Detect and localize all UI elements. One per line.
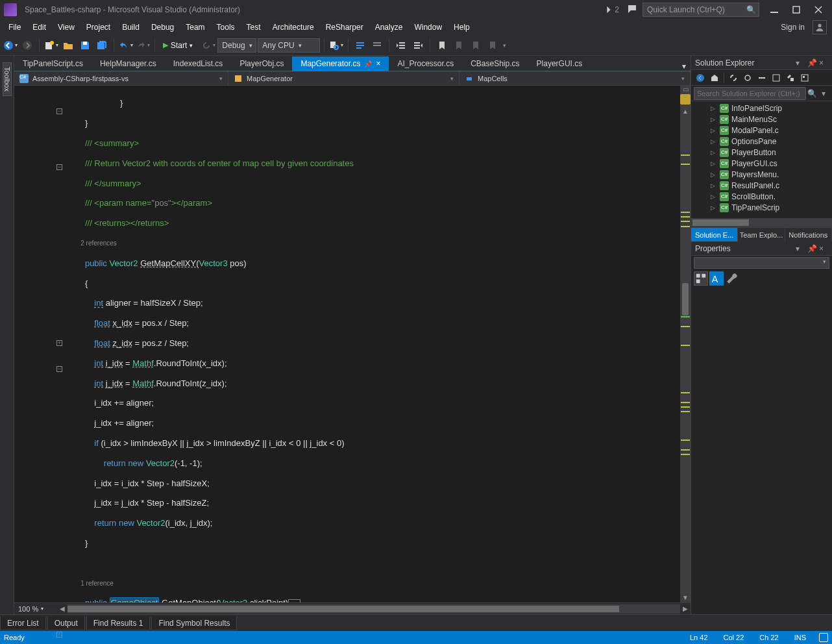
menu-view[interactable]: View — [52, 21, 80, 34]
tab-mapgenerator[interactable]: MapGenerator.cs📌× — [292, 56, 389, 71]
code-editor[interactable]: } } /// <summary> /// Return Vector2 wit… — [66, 86, 680, 602]
menu-resharper[interactable]: ReSharper — [320, 21, 369, 34]
wrench-icon[interactable] — [725, 271, 739, 286]
tree-item[interactable]: ▷C#InfoPanelScrip — [691, 103, 832, 114]
tabs-overflow-button[interactable]: ▾ — [678, 62, 691, 71]
save-all-button[interactable] — [94, 38, 110, 53]
tab-find-symbol[interactable]: Find Symbol Results — [151, 616, 237, 630]
home-icon[interactable] — [708, 71, 721, 84]
tab-aiprocessor[interactable]: AI_Processor.cs — [389, 56, 462, 71]
scroll-right-button[interactable]: ▶ — [680, 605, 691, 612]
show-all-icon[interactable] — [770, 71, 783, 84]
panel-menu-icon[interactable]: ▾ — [796, 58, 805, 68]
tree-h-scrollbar[interactable] — [691, 218, 832, 227]
tree-item[interactable]: ▷C#ResultPanel.c — [691, 180, 832, 191]
split-handle-icon[interactable]: ▭ — [683, 86, 689, 93]
tab-indexedlist[interactable]: IndexedList.cs — [165, 56, 232, 71]
quick-launch-input[interactable]: Quick Launch (Ctrl+Q) 🔍 — [642, 3, 759, 17]
tree-item[interactable]: ▷C#ScrollButton. — [691, 191, 832, 202]
tree-item[interactable]: ▷C#PlayersMenu. — [691, 169, 832, 180]
menu-edit[interactable]: Edit — [27, 21, 52, 34]
menu-team[interactable]: Team — [180, 21, 210, 34]
tab-playergui[interactable]: PlayerGUI.cs — [528, 56, 591, 71]
panel-menu-icon[interactable]: ▾ — [796, 244, 805, 253]
alphabetical-icon[interactable]: A — [709, 271, 724, 286]
redo-button[interactable] — [135, 38, 151, 53]
maximize-button[interactable] — [787, 3, 806, 17]
tree-item[interactable]: ▷C#PlayerGUI.cs — [691, 158, 832, 169]
tab-helpmanager[interactable]: HelpManager.cs — [92, 56, 165, 71]
sign-in-link[interactable]: Sign in — [773, 23, 813, 32]
feedback-icon[interactable] — [627, 4, 637, 16]
scroll-down-button[interactable]: ▼ — [680, 592, 691, 602]
menu-test[interactable]: Test — [241, 21, 267, 34]
menu-help[interactable]: Help — [448, 21, 476, 34]
menu-file[interactable]: File — [3, 21, 27, 34]
close-button[interactable] — [809, 3, 828, 17]
editor-gutter[interactable]: − − + − + — [14, 86, 66, 602]
menu-window[interactable]: Window — [408, 21, 448, 34]
search-dropdown-icon[interactable]: ▾ — [818, 89, 829, 98]
notifications-flag[interactable]: 2 — [599, 5, 624, 14]
properties-icon[interactable] — [784, 71, 797, 84]
horizontal-scrollbar[interactable] — [67, 604, 680, 613]
vertical-scrollbar[interactable]: ▭ ▲ ▼ — [680, 86, 691, 602]
new-project-button[interactable] — [43, 38, 59, 53]
scroll-up-button[interactable]: ▲ — [680, 106, 691, 116]
clear-bookmarks-button[interactable] — [485, 38, 500, 53]
bookmark-button[interactable] — [434, 38, 450, 53]
pin-icon[interactable]: 📌 — [807, 58, 816, 68]
menu-analyze[interactable]: Analyze — [369, 21, 409, 34]
menu-debug[interactable]: Debug — [145, 21, 180, 34]
comment-button[interactable] — [352, 38, 368, 53]
indent-button[interactable] — [410, 38, 426, 53]
outdent-button[interactable] — [393, 38, 409, 53]
sync-icon[interactable] — [727, 71, 740, 84]
config-select[interactable]: Debug — [217, 38, 256, 53]
save-button[interactable] — [77, 38, 93, 53]
toolbox-panel-tab[interactable]: Toolbox — [0, 56, 14, 614]
close-icon[interactable]: × — [819, 244, 828, 253]
scroll-track[interactable] — [680, 116, 691, 592]
menu-build[interactable]: Build — [116, 21, 145, 34]
nav-scope-select[interactable]: C#Assembly-CSharp-firstpass-vs▾ — [14, 71, 228, 85]
tab-notifications[interactable]: Notifications — [785, 228, 832, 242]
tab-team-explorer[interactable]: Team Explo... — [738, 228, 785, 242]
close-icon[interactable]: × — [819, 58, 828, 68]
tree-item[interactable]: ▷C#PlayerButton — [691, 147, 832, 158]
tab-tippanel[interactable]: TipPanelScript.cs — [14, 56, 92, 71]
tab-find-results[interactable]: Find Results 1 — [86, 616, 151, 630]
tab-solution-explorer[interactable]: Solution E... — [691, 228, 738, 242]
search-icon[interactable]: 🔍 — [806, 89, 818, 98]
tree-item[interactable]: ▷C#TipPanelScrip — [691, 202, 832, 213]
menu-architecture[interactable]: Architecture — [267, 21, 320, 34]
nav-back-button[interactable] — [3, 38, 18, 53]
minimize-button[interactable] — [765, 3, 784, 17]
tree-item[interactable]: ▷C#OptionsPane — [691, 136, 832, 147]
scroll-thumb[interactable] — [682, 283, 689, 316]
uncomment-button[interactable] — [369, 38, 385, 53]
tab-cbaseship[interactable]: CBaseShip.cs — [462, 56, 528, 71]
restart-button[interactable] — [201, 38, 216, 53]
nav-forward-button[interactable] — [19, 38, 35, 53]
start-debug-button[interactable]: ▶Start▾ — [159, 38, 199, 53]
platform-select[interactable]: Any CPU — [258, 38, 320, 53]
back-icon[interactable] — [694, 71, 707, 84]
tab-playerobj[interactable]: PlayerObj.cs — [231, 56, 292, 71]
tree-item[interactable]: ▷C#MainMenuSc — [691, 114, 832, 125]
solution-tree[interactable]: ▷C#InfoPanelScrip ▷C#MainMenuSc ▷C#Modal… — [691, 101, 832, 218]
menu-tools[interactable]: Tools — [211, 21, 241, 34]
solution-search-input[interactable] — [694, 87, 806, 100]
pin-icon[interactable]: 📌 — [364, 60, 372, 68]
undo-button[interactable] — [118, 38, 134, 53]
collapse-icon[interactable] — [755, 71, 768, 84]
tree-item[interactable]: ▷C#ModalPanel.c — [691, 125, 832, 136]
preview-icon[interactable] — [798, 71, 811, 84]
close-icon[interactable]: × — [376, 59, 380, 68]
open-file-button[interactable] — [60, 38, 76, 53]
nav-class-select[interactable]: MapGenerator▾ — [228, 71, 459, 85]
menu-project[interactable]: Project — [80, 21, 116, 34]
pin-icon[interactable]: 📌 — [807, 244, 816, 253]
next-bookmark-button[interactable] — [468, 38, 483, 53]
find-in-files-button[interactable] — [328, 38, 344, 53]
